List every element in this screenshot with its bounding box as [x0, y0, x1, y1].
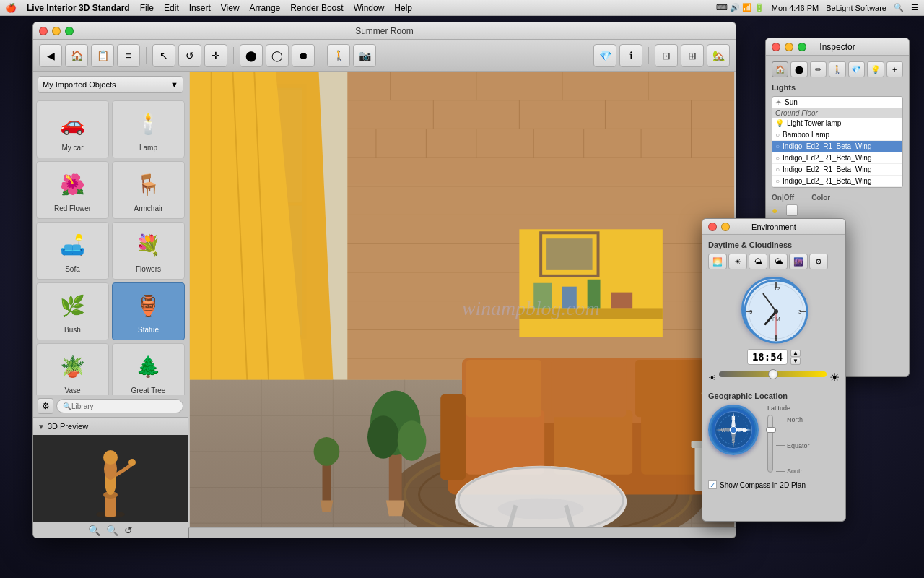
object-item-armchair[interactable]: 🪑 Armchair — [112, 161, 185, 219]
light-item-indigo4[interactable]: ○ Indigo_Ed2_R1_Beta_Wing — [772, 176, 902, 187]
toolbar-2d-btn[interactable]: ⊡ — [655, 44, 678, 67]
latitude-thumb[interactable] — [766, 427, 776, 433]
light-item-indigo1[interactable]: ○ Indigo_Ed2_R1_Beta_Wing — [772, 141, 902, 152]
resize-handle[interactable] — [188, 528, 194, 538]
toolbar-figure-btn[interactable]: 🚶 — [327, 44, 350, 67]
toolbar-view-btn[interactable]: ⊞ — [681, 44, 704, 67]
env-morning-btn[interactable]: ☀ — [728, 254, 747, 269]
menubar-search-icon[interactable]: 🔍 — [894, 3, 904, 12]
toolbar-camera-btn[interactable]: 📷 — [353, 44, 376, 67]
object-item-sofa[interactable]: 🛋️ Sofa — [36, 222, 109, 280]
menu-file[interactable]: File — [140, 3, 154, 13]
window-maximize-btn[interactable] — [65, 27, 74, 35]
toolbar-move-btn[interactable]: ✛ — [204, 44, 227, 67]
toolbar-circle-btn[interactable]: ⬤ — [240, 44, 263, 67]
toolbar-bullet-btn[interactable]: ≡ — [117, 44, 140, 67]
time-decrement-btn[interactable]: ▼ — [790, 358, 801, 365]
svg-point-113 — [774, 309, 778, 314]
slider-thumb[interactable] — [768, 369, 778, 379]
light-item-tower[interactable]: 💡 Light Tower lamp — [772, 118, 902, 129]
env-evening-btn[interactable]: 🌆 — [789, 254, 808, 269]
color-swatch-1[interactable] — [786, 204, 798, 216]
light-item-indigo2[interactable]: ○ Indigo_Ed2_R1_Beta_Wing — [772, 152, 902, 164]
latitude-slider[interactable] — [767, 415, 773, 473]
toolbar-record-btn[interactable]: ⏺ — [292, 44, 315, 67]
object-item-redflower[interactable]: 🌺 Red Flower — [36, 161, 109, 219]
time-display[interactable]: 18:54 — [747, 349, 788, 365]
env-close-btn[interactable] — [708, 223, 717, 231]
svg-rect-77 — [466, 360, 541, 417]
toolbar-back-btn[interactable]: ◀ — [39, 44, 62, 67]
object-item-statue[interactable]: 🏺 Statue — [112, 282, 185, 340]
object-item-lamp[interactable]: 🕯️ Lamp — [112, 100, 185, 158]
zoom-in-btn[interactable]: 🔍 — [88, 525, 100, 536]
svg-marker-89 — [386, 500, 405, 516]
menu-help[interactable]: Help — [394, 3, 412, 13]
object-item-vase[interactable]: 🪴 Vase — [36, 343, 109, 395]
time-increment-btn[interactable]: ▲ — [790, 350, 801, 357]
inspector-minimize-btn[interactable] — [785, 43, 793, 51]
sidebar-search-field[interactable]: 🔍 Library — [56, 399, 183, 413]
latitude-label: Latitude: — [767, 405, 810, 412]
toolbar-ring-btn[interactable]: ◯ — [266, 44, 289, 67]
svg-text:S: S — [731, 438, 735, 444]
main-canvas[interactable]: winampblog.com — [188, 72, 736, 538]
zoom-out-btn[interactable]: 🔍 — [106, 525, 118, 536]
light-item-sun[interactable]: ☀ Sun — [772, 97, 902, 108]
apple-menu[interactable]: 🍎 — [6, 3, 17, 13]
toolbar-ruby-btn[interactable]: 💎 — [593, 44, 616, 67]
inspector-gem-btn[interactable]: 💎 — [848, 61, 865, 77]
inspector-maximize-btn[interactable] — [798, 43, 806, 51]
menu-edit[interactable]: Edit — [164, 3, 179, 13]
toolbar-home3d-btn[interactable]: 🏡 — [707, 44, 730, 67]
preview-toggle-icon[interactable]: ▼ — [38, 423, 45, 431]
toolbar-list-btn[interactable]: 📋 — [91, 44, 114, 67]
menu-arrange[interactable]: Arrange — [250, 3, 281, 13]
window-close-btn[interactable] — [39, 27, 48, 35]
compass-face[interactable]: N S W E — [708, 405, 759, 455]
env-minimize-btn[interactable] — [721, 223, 730, 231]
app-name[interactable]: Live Interior 3D Standard — [27, 3, 130, 13]
statue-3d-preview — [82, 439, 139, 518]
inspector-edit-btn[interactable]: ✏ — [810, 61, 827, 77]
env-afternoon-btn[interactable]: 🌥 — [769, 254, 788, 269]
zoom-reset-btn[interactable]: ↺ — [124, 525, 133, 536]
menu-window[interactable]: Window — [354, 3, 385, 13]
env-dawn-btn[interactable]: 🌅 — [708, 254, 727, 269]
inspector-close-btn[interactable] — [772, 43, 780, 51]
object-item-greattree[interactable]: 🌲 Great Tree — [112, 343, 185, 395]
inspector-circle-btn[interactable]: ⬤ — [790, 61, 807, 77]
bulb-icon-1: 💡 — [775, 119, 784, 127]
light-item-bamboo[interactable]: ○ Bamboo Lamp — [772, 129, 902, 141]
svg-point-91 — [314, 437, 340, 466]
toolbar-select-btn[interactable]: ↖ — [152, 44, 175, 67]
color-label: Color — [811, 194, 830, 202]
window-controls — [39, 27, 74, 35]
object-item-flowers[interactable]: 💐 Flowers — [112, 222, 185, 280]
sidebar-settings-btn[interactable]: ⚙ — [38, 398, 53, 414]
toolbar-floorplan-btn[interactable]: 🏠 — [65, 44, 88, 67]
env-noon-btn[interactable]: 🌤 — [749, 254, 767, 269]
imported-objects-dropdown[interactable]: My Imported Objects ▼ — [38, 76, 183, 93]
menu-insert[interactable]: Insert — [189, 3, 211, 13]
object-item-bush[interactable]: 🌿 Bush — [36, 282, 109, 340]
object-item-mycar[interactable]: 🚗 My car — [36, 100, 109, 158]
inspector-add-btn[interactable]: + — [886, 61, 903, 77]
inspector-lamp-btn[interactable]: 💡 — [867, 61, 884, 77]
svg-rect-79 — [635, 360, 703, 417]
show-compass-checkbox[interactable] — [708, 480, 717, 489]
environment-window: Environment Daytime & Cloudiness 🌅 ☀ 🌤 🌥… — [702, 218, 846, 522]
toolbar-info-btn[interactable]: ℹ — [619, 44, 642, 67]
env-custom-btn[interactable]: ⚙ — [809, 254, 828, 269]
toolbar-rotate-btn[interactable]: ↺ — [178, 44, 201, 67]
inspector-figure-btn[interactable]: 🚶 — [829, 61, 845, 77]
menubar-menu-icon[interactable]: ☰ — [911, 3, 918, 12]
light-item-indigo3[interactable]: ○ Indigo_Ed2_R1_Beta_Wing — [772, 164, 902, 176]
circle-icon-1: ○ — [775, 142, 780, 150]
window-minimize-btn[interactable] — [52, 27, 61, 35]
preview-header[interactable]: ▼ 3D Preview — [33, 418, 188, 435]
inspector-house-btn[interactable]: 🏠 — [772, 61, 788, 77]
menu-view[interactable]: View — [221, 3, 240, 13]
menu-render[interactable]: Render Boost — [290, 3, 343, 13]
brightness-slider[interactable] — [719, 371, 827, 377]
